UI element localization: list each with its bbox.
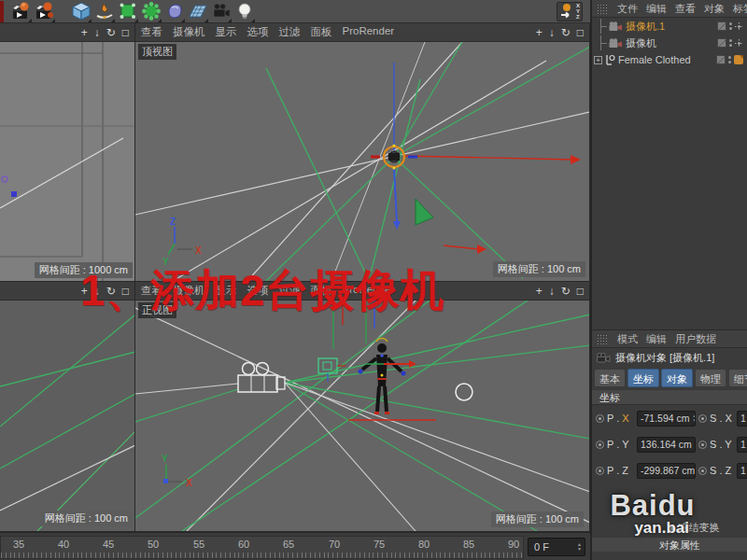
- render-settings-icon[interactable]: [34, 1, 55, 22]
- toggle-layout-icon[interactable]: □: [577, 286, 584, 297]
- keyframe-radio[interactable]: [698, 441, 707, 449]
- tree-line: [600, 35, 609, 50]
- axis-z-label: Z: [576, 14, 580, 20]
- keyframe-radio[interactable]: [596, 441, 604, 449]
- object-row-female-clothed[interactable]: + Female Clothed: [592, 51, 747, 68]
- tab-coordinates[interactable]: 坐标: [627, 369, 659, 387]
- coordinates-section-header[interactable]: 坐标: [592, 389, 747, 405]
- py-label: P . Y: [607, 439, 634, 450]
- zoom-icon[interactable]: ↓: [549, 286, 555, 297]
- om-menu-view[interactable]: 查看: [675, 2, 696, 16]
- tab-basic[interactable]: 基本: [594, 369, 626, 387]
- watermark-user: yan.bai: [555, 519, 747, 538]
- menu-prorender[interactable]: ProRender: [343, 25, 395, 39]
- rotate-icon[interactable]: ↻: [561, 27, 571, 38]
- viewport-left-top[interactable]: + ↓ ↻ □ 网格间距 : 1000 cm: [0, 23, 135, 282]
- visibility-dots[interactable]: [728, 56, 731, 63]
- sy-label: S . Y: [710, 439, 734, 450]
- pz-input[interactable]: -299.867 cm▲▼: [637, 463, 696, 479]
- object-properties-header[interactable]: 对象属性: [592, 537, 747, 552]
- tab-object[interactable]: 对象: [661, 369, 693, 387]
- object-row-camera1[interactable]: 摄像机.1: [592, 18, 747, 35]
- deformers-icon[interactable]: [140, 1, 162, 22]
- object-row-camera2[interactable]: 摄像机: [592, 35, 747, 51]
- tag-icon[interactable]: [734, 55, 743, 64]
- viewport-canvas[interactable]: 网格间距 : 100 cm: [0, 301, 134, 531]
- pan-icon[interactable]: +: [81, 27, 88, 38]
- pan-icon[interactable]: +: [536, 286, 543, 297]
- tick-label: 55: [185, 539, 213, 550]
- visibility-dots[interactable]: [729, 22, 732, 30]
- am-menu-edit[interactable]: 编辑: [646, 332, 667, 346]
- render-view-icon[interactable]: [10, 1, 32, 22]
- coord-row-x: P . X -71.594 cm▲▼ S . X 1: [592, 405, 747, 431]
- om-menu-objects[interactable]: 对象: [704, 2, 725, 16]
- om-menu-edit[interactable]: 编辑: [646, 2, 667, 16]
- menu-filter[interactable]: 过滤: [279, 25, 301, 39]
- pz-label: P . Z: [607, 465, 634, 476]
- visibility-dots[interactable]: [729, 39, 732, 47]
- watermark: Baidu yan.bai: [555, 489, 747, 538]
- py-input[interactable]: 136.164 cm▲▼: [637, 437, 696, 453]
- om-menu-tags[interactable]: 标签: [733, 2, 747, 16]
- add-cube-icon[interactable]: [70, 1, 92, 22]
- tab-details[interactable]: 细节: [728, 369, 747, 387]
- viewport-header: 查看 摄像机 显示 选项 过滤 面板 ProRender + ↓ ↻ □: [135, 23, 589, 42]
- sy-input[interactable]: 1: [737, 437, 747, 453]
- toggle-layout-icon[interactable]: □: [122, 27, 129, 38]
- target-icon[interactable]: [735, 39, 743, 48]
- svg-text:Y: Y: [162, 454, 168, 464]
- object-label[interactable]: 摄像机.1: [626, 20, 665, 34]
- menu-view[interactable]: 查看: [141, 25, 162, 39]
- panel-grip-icon[interactable]: [597, 4, 609, 14]
- toggle-layout-icon[interactable]: □: [577, 27, 584, 38]
- current-frame-field[interactable]: 0 F ▲▼: [528, 538, 585, 556]
- tab-physical[interactable]: 物理: [695, 369, 726, 387]
- zoom-icon[interactable]: ↓: [94, 27, 100, 38]
- keyframe-radio[interactable]: [698, 467, 707, 475]
- simulation-icon[interactable]: [163, 1, 185, 22]
- menu-options[interactable]: 选项: [247, 25, 269, 39]
- spline-pen-icon[interactable]: [93, 1, 115, 22]
- viewport-canvas[interactable]: 网格间距 : 1000 cm: [0, 42, 134, 281]
- om-menu-file[interactable]: 文件: [617, 2, 638, 16]
- viewport-canvas[interactable]: 正视图: [135, 301, 589, 531]
- pan-icon[interactable]: +: [536, 27, 543, 38]
- coordinate-system-widget[interactable]: X Y Z: [557, 2, 583, 21]
- am-menu-mode[interactable]: 模式: [617, 332, 638, 346]
- viewport-canvas[interactable]: 顶视图: [135, 42, 589, 281]
- layer-toggle-icon[interactable]: [717, 38, 726, 48]
- sx-input[interactable]: 1: [737, 411, 747, 427]
- viewport-top-view[interactable]: 查看 摄像机 显示 选项 过滤 面板 ProRender + ↓ ↻ □ 顶视图: [135, 23, 590, 282]
- menu-cameras[interactable]: 摄像机: [173, 25, 205, 39]
- floor-icon[interactable]: [187, 1, 208, 22]
- camera-icon[interactable]: [210, 1, 232, 22]
- light-icon[interactable]: [233, 1, 255, 22]
- target-icon[interactable]: [735, 22, 743, 31]
- layer-toggle-icon[interactable]: [717, 21, 726, 31]
- sz-input[interactable]: 1: [737, 463, 747, 479]
- coord-row-z: P . Z -299.867 cm▲▼ S . Z 1: [592, 457, 747, 483]
- keyframe-radio[interactable]: [596, 467, 604, 475]
- camera-object-icon: [609, 38, 623, 49]
- keyframe-radio[interactable]: [596, 414, 604, 423]
- object-label[interactable]: 摄像机: [626, 36, 656, 50]
- keyframe-radio[interactable]: [698, 414, 707, 423]
- object-label[interactable]: Female Clothed: [618, 54, 691, 65]
- timeline-ruler[interactable]: 35 40 45 50 55 60 65 70 75 80 85 90: [0, 536, 524, 559]
- rotate-icon[interactable]: ↻: [106, 27, 116, 38]
- expand-icon[interactable]: +: [594, 56, 602, 64]
- layer-toggle-icon[interactable]: [716, 55, 726, 64]
- menu-panel[interactable]: 面板: [311, 25, 332, 39]
- scene-wireframe: Z Y X: [135, 42, 590, 281]
- tick-label: 40: [49, 539, 78, 550]
- px-input[interactable]: -71.594 cm▲▼: [637, 411, 696, 427]
- am-menu-userdata[interactable]: 用户数据: [675, 332, 716, 346]
- zoom-icon[interactable]: ↓: [549, 27, 555, 38]
- rotate-icon[interactable]: ↻: [561, 286, 571, 297]
- subdivision-surface-icon[interactable]: [117, 1, 138, 22]
- menu-display[interactable]: 显示: [216, 25, 237, 39]
- panel-grip-icon[interactable]: [597, 334, 609, 344]
- attribute-title: 摄像机对象 [摄像机.1]: [615, 351, 714, 365]
- attribute-manager: 模式 编辑 用户数据 摄像机对象 [摄像机.1] 基本 坐标 对象 物理 细节 …: [592, 329, 747, 483]
